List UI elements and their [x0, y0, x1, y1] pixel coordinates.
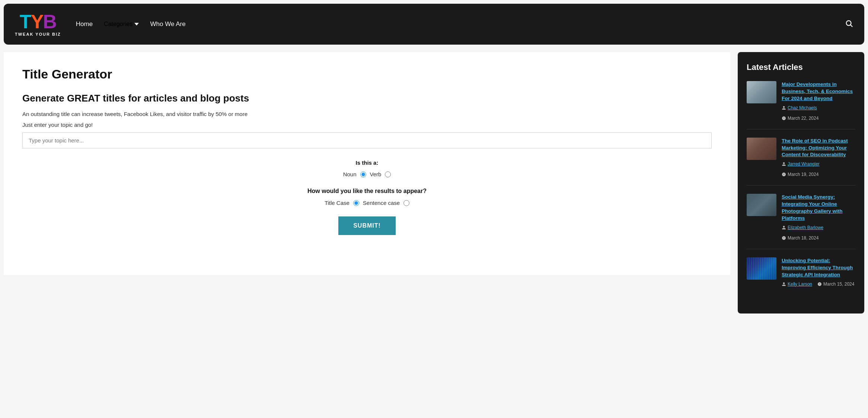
logo-b: B	[43, 11, 56, 32]
article-date: March 18, 2024	[788, 235, 818, 241]
logo-t: T	[20, 11, 31, 32]
articles-list: Major Developments in Business, Tech, & …	[747, 81, 855, 295]
article-meta: Elizabeth Barlowe March 18, 2024	[782, 225, 855, 241]
logo-y: Y	[31, 11, 43, 32]
description-2: Just enter your topic and go!	[22, 122, 712, 128]
article-thumbnail	[747, 138, 776, 160]
content-area: Title Generator Generate GREAT titles fo…	[4, 52, 730, 275]
logo-subtitle: TWEAK YOUR BIZ	[15, 32, 61, 36]
article-title[interactable]: The Role of SEO in Podcast Marketing: Op…	[782, 138, 855, 159]
article-date: March 19, 2024	[788, 172, 818, 177]
clock-icon	[782, 236, 786, 240]
author-meta: Jarred Wrangler	[782, 161, 820, 167]
list-item: The Role of SEO in Podcast Marketing: Op…	[747, 138, 855, 186]
author-name[interactable]: Chaz Michaels	[788, 105, 817, 110]
author-meta: Chaz Michaels	[782, 105, 817, 110]
date-meta: March 22, 2024	[782, 116, 818, 121]
author-meta: Kelly Larson	[782, 282, 812, 287]
article-date: March 22, 2024	[788, 116, 818, 121]
article-thumbnail	[747, 81, 776, 103]
page-title: Title Generator	[22, 67, 712, 81]
date-meta: March 19, 2024	[782, 172, 818, 177]
article-title[interactable]: Major Developments in Business, Tech, & …	[782, 81, 855, 102]
article-title[interactable]: Unlocking Potential: Improving Efficienc…	[782, 257, 855, 279]
article-date: March 15, 2024	[823, 282, 854, 287]
author-name[interactable]: Jarred Wrangler	[788, 161, 820, 167]
author-name[interactable]: Elizabeth Barlowe	[788, 225, 823, 230]
clock-icon	[782, 116, 786, 120]
search-icon	[845, 19, 853, 28]
clock-icon	[782, 172, 786, 177]
list-item: Unlocking Potential: Improving Efficienc…	[747, 257, 855, 295]
article-info: Social Media Synergy: Integrating Your O…	[782, 194, 855, 241]
title-case-label[interactable]: Title Case	[325, 200, 350, 206]
main-layout: Title Generator Generate GREAT titles fo…	[4, 52, 864, 314]
svg-line-1	[851, 25, 852, 27]
article-info: The Role of SEO in Podcast Marketing: Op…	[782, 138, 855, 177]
nav-home[interactable]: Home	[76, 20, 93, 28]
description-1: An outstanding title can increase tweets…	[22, 111, 712, 117]
nav-who-we-are[interactable]: Who We Are	[150, 20, 185, 28]
sentence-case-label[interactable]: Sentence case	[363, 200, 400, 206]
is-this-label: Is this a:	[22, 160, 712, 166]
svg-point-0	[846, 20, 851, 25]
list-item: Social Media Synergy: Integrating Your O…	[747, 194, 855, 249]
verb-radio[interactable]	[360, 171, 366, 177]
noun-label[interactable]: Noun	[343, 171, 357, 177]
sentence-case-radio[interactable]	[403, 200, 409, 206]
case-row: Title Case Sentence case	[22, 200, 712, 206]
section-subtitle: Generate GREAT titles for articles and b…	[22, 93, 712, 104]
header-left: TYB TWEAK YOUR BIZ Home Categories Who W…	[15, 12, 186, 36]
site-header: TYB TWEAK YOUR BIZ Home Categories Who W…	[4, 4, 864, 45]
article-info: Major Developments in Business, Tech, & …	[782, 81, 855, 121]
topic-input[interactable]	[22, 132, 712, 148]
logo-letters: TYB	[20, 12, 56, 31]
user-icon	[782, 162, 786, 166]
submit-button[interactable]: SUBMIT!	[338, 216, 396, 235]
article-meta: Chaz Michaels March 22, 2024	[782, 105, 855, 121]
nav-categories[interactable]: Categories	[104, 21, 139, 28]
results-label: How would you like the results to appear…	[22, 188, 712, 194]
verb-label[interactable]: Verb	[370, 171, 382, 177]
article-meta: Kelly Larson March 15, 2024	[782, 282, 855, 287]
user-icon	[782, 282, 786, 286]
article-thumbnail	[747, 194, 776, 216]
user-icon	[782, 106, 786, 110]
clock-icon	[817, 282, 822, 286]
main-nav: Home Categories Who We Are	[76, 20, 186, 28]
logo[interactable]: TYB TWEAK YOUR BIZ	[15, 12, 61, 36]
article-thumbnail	[747, 257, 776, 280]
article-meta: Jarred Wrangler March 19, 2024	[782, 161, 855, 177]
noun-radio[interactable]	[385, 171, 391, 177]
article-info: Unlocking Potential: Improving Efficienc…	[782, 257, 855, 287]
author-meta: Elizabeth Barlowe	[782, 225, 823, 230]
title-case-radio[interactable]	[353, 200, 359, 206]
chevron-down-icon	[134, 22, 139, 26]
noun-verb-row: Noun Verb	[22, 171, 712, 177]
sidebar-title: Latest Articles	[747, 62, 855, 72]
search-button[interactable]	[845, 19, 853, 29]
date-meta: March 15, 2024	[817, 282, 854, 287]
user-icon	[782, 225, 786, 230]
list-item: Major Developments in Business, Tech, & …	[747, 81, 855, 129]
article-title[interactable]: Social Media Synergy: Integrating Your O…	[782, 194, 855, 222]
author-name[interactable]: Kelly Larson	[788, 282, 812, 287]
sidebar: Latest Articles Major Developments in Bu…	[738, 52, 864, 314]
date-meta: March 18, 2024	[782, 235, 818, 241]
